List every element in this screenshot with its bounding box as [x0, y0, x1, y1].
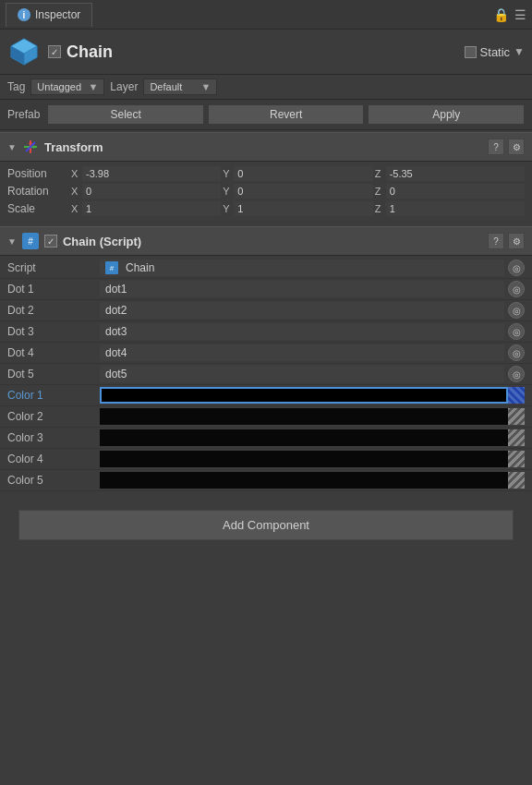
transform-header[interactable]: ▼ Transform ? ⚙ — [0, 132, 532, 162]
scale-xyz: X Y Z — [71, 201, 525, 216]
pos-z-input[interactable] — [386, 166, 525, 181]
color5-label: Color 5 — [7, 474, 100, 487]
dot5-row: Dot 5 dot5 ◎ — [0, 364, 532, 385]
dot1-row: Dot 1 dot1 ◎ — [0, 279, 532, 300]
static-dropdown-arrow[interactable]: ▼ — [514, 45, 525, 58]
chain-script-buttons: ? ⚙ — [488, 233, 525, 249]
layer-dropdown[interactable]: Default ▼ — [143, 78, 217, 95]
prefab-row: Prefab Select Revert Apply — [0, 100, 532, 130]
color3-label: Color 3 — [7, 431, 100, 444]
tab-bar-controls: 🔒 ☰ — [493, 7, 526, 22]
info-icon: i — [18, 8, 30, 21]
scale-z-label: Z — [375, 203, 384, 214]
script-circle-btn[interactable]: ◎ — [508, 260, 525, 276]
pos-x-label: X — [71, 168, 80, 179]
svg-marker-7 — [29, 140, 32, 144]
color4-row: Color 4 — [0, 449, 532, 470]
color2-row: Color 2 — [0, 406, 532, 428]
dot2-circle-btn[interactable]: ◎ — [508, 302, 525, 319]
scale-x-input[interactable] — [82, 201, 221, 216]
color1-field[interactable] — [100, 387, 508, 404]
position-y-item: Y — [223, 166, 372, 181]
scale-x-item: X — [71, 201, 221, 216]
tag-dropdown[interactable]: Untagged ▼ — [30, 78, 104, 95]
script-field-value[interactable]: # Chain — [100, 260, 504, 276]
select-button[interactable]: Select — [47, 104, 204, 125]
transform-icon — [22, 139, 39, 155]
pos-y-label: Y — [223, 168, 232, 179]
scale-y-input[interactable] — [234, 201, 372, 216]
revert-button[interactable]: Revert — [208, 104, 365, 125]
rot-z-label: Z — [375, 186, 384, 197]
menu-icon[interactable]: ☰ — [514, 7, 526, 22]
color4-field[interactable] — [100, 451, 508, 467]
rotation-xyz: X Y Z — [71, 184, 525, 199]
tab-bar: i Inspector 🔒 ☰ — [0, 0, 532, 30]
rotation-x-item: X — [71, 184, 221, 199]
position-xyz: X Y Z — [71, 166, 525, 181]
scale-y-item: Y — [223, 201, 372, 216]
transform-help-button[interactable]: ? — [488, 139, 504, 155]
inspector-header: Chain Static ▼ — [0, 30, 532, 75]
color4-label: Color 4 — [7, 453, 100, 465]
script-value-icon: # — [105, 261, 118, 274]
object-name: Chain — [66, 42, 457, 62]
script-field-label: Script — [7, 261, 100, 274]
rotation-y-item: Y — [223, 184, 372, 199]
color1-label: Color 1 — [7, 389, 100, 402]
transform-settings-button[interactable]: ⚙ — [508, 139, 525, 155]
transform-component: ▼ Transform ? ⚙ Position X Y — [0, 132, 532, 224]
chain-script-header[interactable]: ▼ # Chain (Script) ? ⚙ — [0, 226, 532, 256]
color4-stripe — [508, 451, 525, 467]
static-label: Static — [480, 45, 511, 59]
object-active-checkbox[interactable] — [48, 45, 61, 58]
rot-x-input[interactable] — [82, 184, 221, 199]
lock-icon[interactable]: 🔒 — [493, 7, 509, 22]
dot4-value[interactable]: dot4 — [100, 344, 504, 361]
rotation-z-item: Z — [375, 184, 525, 199]
dot2-value[interactable]: dot2 — [100, 302, 504, 319]
color2-label: Color 2 — [7, 410, 100, 423]
dot2-row: Dot 2 dot2 ◎ — [0, 300, 532, 321]
tag-layer-row: Tag Untagged ▼ Layer Default ▼ — [0, 75, 532, 100]
color3-field[interactable] — [100, 429, 508, 446]
dot5-label: Dot 5 — [7, 368, 100, 380]
pos-z-label: Z — [375, 168, 384, 179]
static-row: Static ▼ — [465, 45, 525, 59]
scale-z-input[interactable] — [386, 201, 525, 216]
color2-stripe — [508, 408, 525, 425]
dot3-circle-btn[interactable]: ◎ — [508, 323, 525, 340]
dot3-value[interactable]: dot3 — [100, 323, 504, 340]
dot5-circle-btn[interactable]: ◎ — [508, 366, 525, 382]
chain-script-active-checkbox[interactable] — [44, 235, 57, 248]
apply-button[interactable]: Apply — [368, 104, 525, 125]
rot-y-input[interactable] — [234, 184, 372, 199]
color5-field[interactable] — [100, 472, 508, 489]
dot1-circle-btn[interactable]: ◎ — [508, 281, 525, 297]
chain-settings-button[interactable]: ⚙ — [508, 233, 525, 249]
dot4-circle-btn[interactable]: ◎ — [508, 344, 525, 361]
dot5-value[interactable]: dot5 — [100, 366, 504, 382]
pos-x-input[interactable] — [82, 166, 221, 181]
dot1-value[interactable]: dot1 — [100, 281, 504, 297]
color3-row: Color 3 — [0, 428, 532, 449]
dot2-label: Dot 2 — [7, 304, 100, 317]
chain-help-button[interactable]: ? — [488, 233, 504, 249]
add-component-button[interactable]: Add Component — [18, 510, 514, 540]
color2-field[interactable] — [100, 408, 508, 425]
inspector-tab[interactable]: i Inspector — [6, 3, 92, 27]
dot4-label: Dot 4 — [7, 346, 100, 359]
color1-stripe — [508, 387, 525, 404]
static-checkbox[interactable] — [465, 46, 477, 58]
dot4-row: Dot 4 dot4 ◎ — [0, 343, 532, 364]
pos-y-input[interactable] — [234, 166, 372, 181]
prefab-label: Prefab — [7, 108, 40, 121]
rot-z-input[interactable] — [386, 184, 525, 199]
position-z-item: Z — [375, 166, 525, 181]
chain-script-icon: # — [22, 233, 39, 249]
position-row: Position X Y Z — [7, 166, 525, 181]
chain-script-fields: Script # Chain ◎ Dot 1 dot1 ◎ Dot 2 dot2… — [0, 256, 532, 495]
dot1-label: Dot 1 — [7, 283, 100, 296]
scale-row: Scale X Y Z — [7, 201, 525, 216]
tag-label: Tag — [7, 80, 25, 93]
